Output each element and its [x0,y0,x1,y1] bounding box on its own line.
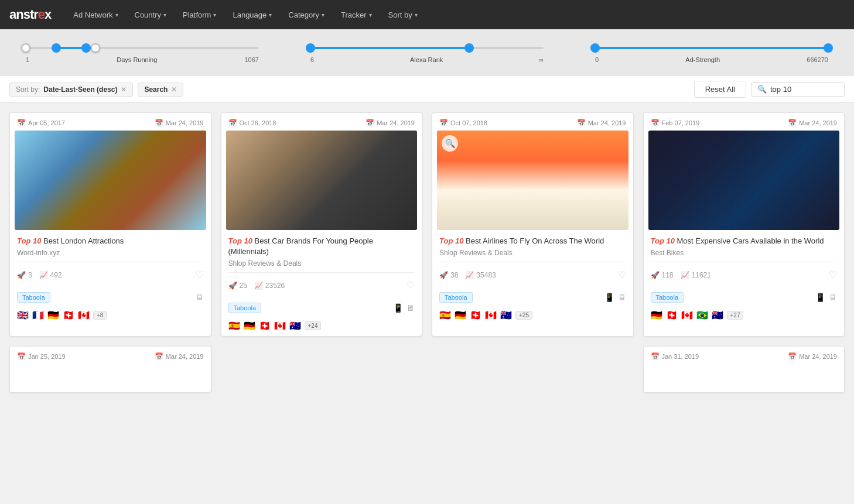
slider-thumb-2[interactable] [81,43,91,53]
slider-thumb-2[interactable] [824,43,833,53]
zoom-icon: 🔍 [442,135,458,152]
network-badge: Taboola [651,292,684,303]
card-domain: Shlop Reviews & Deals [439,249,626,257]
logo-accent: e [38,7,45,22]
nav-country[interactable]: Country ▾ [127,0,175,29]
mobile-icon: 📱 [604,293,614,302]
flag-de: 🇩🇪 [455,311,467,320]
calendar-icon: 📅 [17,119,26,127]
chevron-down-icon: ▾ [115,12,118,18]
flags-row: 🇬🇧 🇫🇷 🇩🇪 🇨🇭 🇨🇦 +8 [10,307,211,325]
nav-category[interactable]: Category ▾ [280,0,333,29]
slider-min-label: 1 [26,56,29,63]
calendar-icon: 📅 [788,352,797,361]
search-filter-close[interactable]: ✕ [171,85,177,94]
ad-strength-slider[interactable]: 0 Ad-Strength 666270 [583,37,840,68]
trend-icon: 📈 [681,271,689,279]
slider-thumb-1[interactable] [590,43,600,53]
stat-trend: 📈 11621 [681,271,711,279]
flags-more[interactable]: +24 [305,321,322,330]
slider-thumb-1[interactable] [306,43,315,53]
slider-min-label: 0 [595,56,599,63]
card-stats: 🚀 25 📈 23526 ♡ [228,277,415,293]
calendar-icon: 📅 [155,119,163,127]
flags-more[interactable]: +8 [93,311,107,320]
stat-rocket: 🚀 38 [439,271,458,279]
chevron-down-icon: ▾ [369,12,372,18]
slider-thumb-min[interactable] [21,43,30,53]
ad-cards-grid: 📅 Apr 05, 2017 📅 Mar 24, 2019 Top 10 Bes… [0,103,854,402]
card-footer: Taboola 🖥 [10,289,211,307]
slider-thumb-1[interactable] [52,43,61,53]
reset-all-button[interactable]: Reset All [694,81,746,98]
desktop-icon: 🖥 [406,303,415,313]
flag-ca: 🇨🇦 [274,321,287,330]
ad-card[interactable]: 📅 Oct 26, 2018 📅 Mar 24, 2019 Top 10 Bes… [221,112,423,337]
ad-image [648,131,840,230]
sort-filter-close[interactable]: ✕ [121,85,127,94]
nav-items: Ad Network ▾ Country ▾ Platform ▾ Langua… [65,0,426,29]
search-box[interactable]: 🔍 top 10 [751,82,845,97]
search-icon: 🔍 [757,85,767,94]
slider-max-label: ∞ [539,56,544,63]
flags-more[interactable]: +25 [515,311,532,320]
trend-icon: 📈 [465,271,474,279]
ad-card[interactable]: 📅 Apr 05, 2017 📅 Mar 24, 2019 Top 10 Bes… [9,112,211,337]
search-filter-label: Search [144,85,168,94]
nav-sort-by[interactable]: Sort by ▾ [380,0,426,29]
flag-ca: 🇨🇦 [485,311,498,320]
card-dates: 📅 Jan 31, 2019 📅 Mar 24, 2019 [644,347,845,364]
sort-value: Date-Last-Seen (desc) [43,85,117,94]
favorite-button[interactable]: ♡ [196,269,204,280]
flag-fr: 🇫🇷 [32,311,45,320]
calendar-icon: 📅 [17,352,26,361]
nav-platform[interactable]: Platform ▾ [175,0,224,29]
flags-row: 🇩🇪 🇨🇭 🇨🇦 🇧🇷 🇦🇺 +27 [644,307,845,325]
slider-max-label: 666270 [807,56,828,63]
device-icons: 📱 🖥 [604,293,626,302]
slider-max-label: 1067 [245,56,259,63]
flags-row: 🇪🇸 🇩🇪 🇨🇭 🇨🇦 🇦🇺 +24 [221,318,422,336]
ad-card[interactable]: 📅 Oct 07, 2018 📅 Mar 24, 2019 🔍 Top 10 B… [432,112,634,337]
slider-thumb-2[interactable] [464,43,474,53]
rocket-icon: 🚀 [439,271,448,279]
date-end: 📅 Mar 24, 2019 [788,119,837,127]
calendar-icon: 📅 [439,119,448,127]
chevron-down-icon: ▾ [163,12,166,18]
favorite-button[interactable]: ♡ [406,280,415,291]
nav-language[interactable]: Language ▾ [224,0,280,29]
slider-min-label: 6 [310,56,314,63]
slider-thumb-max[interactable] [91,43,100,53]
slider-center-label: Days Running [117,56,157,63]
alexa-rank-slider[interactable]: 6 Alexa Rank ∞ [299,37,555,68]
ad-card[interactable]: 📅 Feb 07, 2019 📅 Mar 24, 2019 Top 10 Mos… [643,112,845,337]
ad-card-partial[interactable]: 📅 Jan 31, 2019 📅 Mar 24, 2019 [643,346,845,393]
card-dates: 📅 Apr 05, 2017 📅 Mar 24, 2019 [10,113,211,131]
divider [228,272,415,273]
top10-label: Top 10 [651,236,675,245]
rocket-icon: 🚀 [228,282,237,290]
nav-tracker[interactable]: Tracker ▾ [333,0,380,29]
desktop-icon: 🖥 [829,293,837,302]
stat-trend: 📈 35483 [465,271,496,279]
top10-label: Top 10 [17,236,41,245]
desktop-icon: 🖥 [196,293,204,302]
date-end: 📅 Mar 24, 2019 [577,119,626,127]
card-body: Top 10 Most Expensive Cars Available in … [644,230,845,289]
calendar-icon: 📅 [651,119,660,127]
card-body: Top 10 Best Car Brands For Young People … [221,230,422,299]
card-body: Top 10 Best London Attractions Word-info… [10,230,211,289]
ad-card-partial[interactable]: 📅 Jan 25, 2019 📅 Mar 24, 2019 [9,346,211,393]
favorite-button[interactable]: ♡ [829,269,837,280]
days-running-slider[interactable]: 1 Days Running 1067 [14,37,271,68]
sort-label: Sort by: [16,85,40,94]
flag-de: 🇩🇪 [47,311,60,320]
track-fill [595,47,828,49]
favorite-button[interactable]: ♡ [618,269,626,280]
flags-more[interactable]: +27 [727,311,744,320]
slider-labels: 1 Days Running 1067 [26,56,259,63]
device-icons: 🖥 [196,293,204,302]
flag-ca: 🇨🇦 [681,311,694,320]
flag-au: 🇦🇺 [289,321,302,330]
nav-ad-network[interactable]: Ad Network ▾ [65,0,126,29]
